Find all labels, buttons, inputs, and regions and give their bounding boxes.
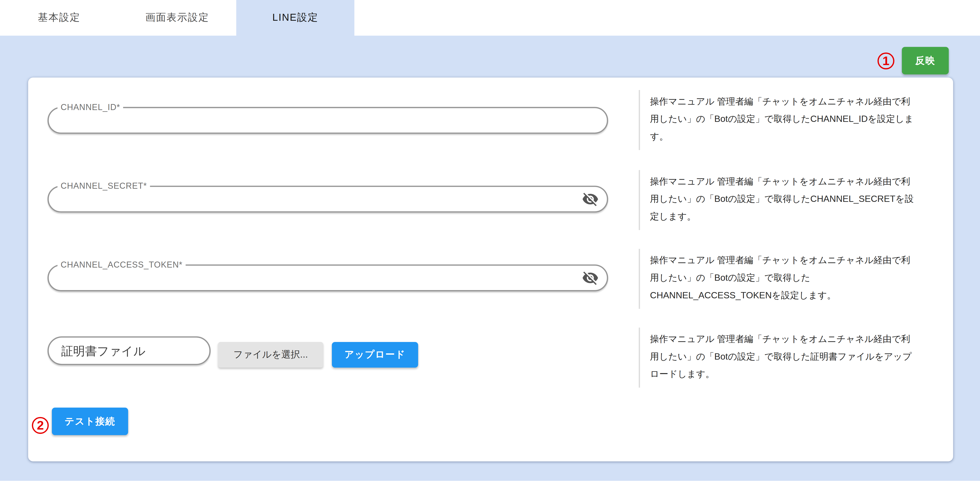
- channel-id-field: CHANNEL_ID*: [48, 107, 608, 134]
- channel-id-help-text: 操作マニュアル 管理者編「チャットをオムニチャネル経由で利用したい」の「Botの…: [639, 90, 916, 150]
- tab-line-settings[interactable]: LINE設定: [236, 0, 354, 36]
- channel-secret-help-text: 操作マニュアル 管理者編「チャットをオムニチャネル経由で利用したい」の「Botの…: [639, 170, 916, 230]
- tab-basic-settings[interactable]: 基本設定: [0, 0, 118, 36]
- channel-access-token-visibility-toggle[interactable]: [582, 269, 599, 286]
- certificate-file-field: [48, 336, 210, 365]
- tab-display-settings[interactable]: 画面表示設定: [118, 0, 236, 36]
- certificate-help-text: 操作マニュアル 管理者編「チャットをオムニチャネル経由で利用したい」の「Botの…: [639, 328, 916, 387]
- annotation-circle-2: 2: [32, 417, 49, 434]
- channel-access-token-field: CHANNEL_ACCESS_TOKEN*: [48, 264, 608, 291]
- channel-secret-visibility-toggle[interactable]: [582, 191, 599, 208]
- annotation-circle-1: 1: [878, 53, 894, 70]
- line-settings-page: 基本設定 画面表示設定 LINE設定 反映 1 CHANNEL_ID* 操作マニ…: [0, 0, 980, 481]
- visibility-off-icon: [582, 191, 599, 208]
- settings-card: CHANNEL_ID* 操作マニュアル 管理者編「チャットをオムニチャネル経由で…: [28, 78, 953, 461]
- choose-file-button[interactable]: ファイルを選択...: [218, 342, 323, 368]
- channel-id-input[interactable]: [60, 109, 575, 132]
- settings-tabbar: 基本設定 画面表示設定 LINE設定: [0, 0, 980, 36]
- test-connection-button[interactable]: テスト接続: [52, 408, 128, 435]
- certificate-file-input[interactable]: [60, 339, 200, 363]
- channel-access-token-input[interactable]: [60, 267, 575, 290]
- channel-access-token-help-text: 操作マニュアル 管理者編「チャットをオムニチャネル経由で利用したい」の「Botの…: [639, 249, 916, 309]
- visibility-off-icon: [582, 269, 599, 286]
- apply-button[interactable]: 反映: [902, 47, 948, 74]
- upload-button[interactable]: アップロード: [332, 342, 418, 368]
- channel-secret-input[interactable]: [60, 188, 575, 212]
- channel-secret-field: CHANNEL_SECRET*: [48, 186, 608, 213]
